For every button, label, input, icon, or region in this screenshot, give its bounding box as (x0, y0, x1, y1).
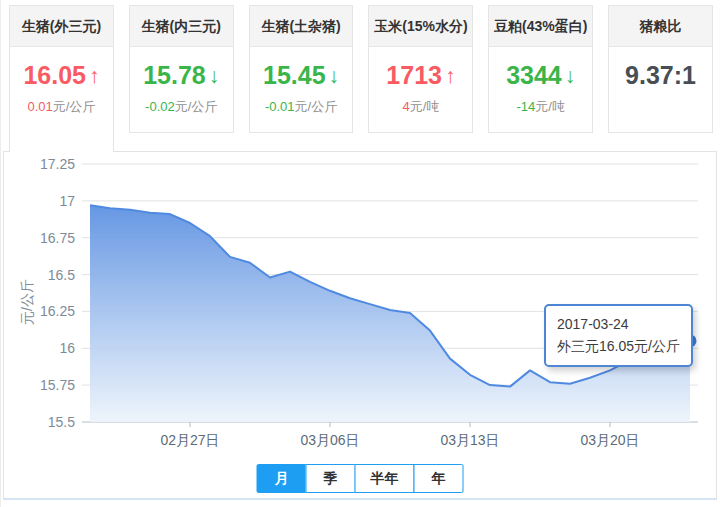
card-title: 玉米(15%水分) (369, 6, 472, 47)
x-axis-tick-label: 03月06日 (300, 432, 359, 448)
down-arrow-icon: ↓ (565, 64, 576, 87)
y-axis-tick-label: 16.75 (40, 230, 75, 246)
card-pig-waisanyuan[interactable]: 生猪(外三元) 16.05↑ 0.01元/公斤 (9, 5, 114, 152)
value-number: 3344 (506, 61, 562, 89)
tooltip-value: 外三元16.05元/公斤 (557, 335, 680, 357)
y-axis-tick-label: 16.5 (48, 267, 75, 283)
down-arrow-icon: ↓ (329, 64, 340, 87)
card-value: 3344↓ (489, 60, 592, 92)
chart-tooltip: 2017-03-24 外三元16.05元/公斤 (544, 304, 693, 367)
tab-year[interactable]: 年 (414, 464, 464, 493)
delta-unit: 元/吨 (410, 99, 440, 114)
card-value: 9.37:1 (609, 60, 712, 90)
card-delta: 4元/吨 (369, 99, 472, 115)
y-axis-tick-label: 17 (59, 193, 75, 209)
card-delta: -0.02元/公斤 (130, 99, 233, 115)
card-title: 豆粕(43%蛋白) (489, 6, 592, 47)
stat-cards-row: 生猪(外三元) 16.05↑ 0.01元/公斤 生猪(内三元) 15.78↓ -… (9, 5, 713, 152)
delta-unit: 元/公斤 (53, 99, 96, 114)
value-number: 16.05 (23, 61, 86, 89)
delta-unit: 元/公斤 (295, 99, 338, 114)
value-number: 9.37:1 (625, 61, 696, 89)
y-axis-tick-label: 16 (59, 340, 75, 356)
value-number: 15.45 (263, 61, 326, 89)
card-value: 15.45↓ (250, 60, 353, 92)
delta-number: -0.01 (265, 99, 295, 114)
up-arrow-icon: ↑ (89, 64, 100, 87)
card-pig-neisanyuan[interactable]: 生猪(内三元) 15.78↓ -0.02元/公斤 (129, 5, 234, 133)
delta-unit: 元/吨 (535, 99, 565, 114)
delta-number: -0.02 (145, 99, 175, 114)
tab-month[interactable]: 月 (257, 464, 307, 493)
card-title: 猪粮比 (609, 6, 712, 47)
value-number: 1713 (386, 61, 442, 89)
pig-price-dashboard: 生猪(外三元) 16.05↑ 0.01元/公斤 生猪(内三元) 15.78↓ -… (0, 0, 720, 507)
y-axis-title: 元/公斤 (19, 252, 37, 352)
delta-unit: 元/公斤 (175, 99, 218, 114)
x-axis-tick-label: 02月27日 (160, 432, 219, 448)
delta-number: 0.01 (27, 99, 52, 114)
card-delta: -0.01元/公斤 (250, 99, 353, 115)
card-value: 16.05↑ (10, 60, 113, 92)
delta-number: 4 (402, 99, 409, 114)
card-value: 1713↑ (369, 60, 472, 92)
delta-number: -14 (517, 99, 536, 114)
y-axis-tick-label: 17.25 (40, 156, 75, 172)
x-axis-tick-label: 03月20日 (580, 432, 639, 448)
card-delta: -14元/吨 (489, 99, 592, 115)
x-axis-tick-label: 03月13日 (440, 432, 499, 448)
tab-quarter[interactable]: 季 (306, 464, 356, 493)
card-title: 生猪(土杂猪) (250, 6, 353, 47)
y-axis-tick-label: 15.75 (40, 377, 75, 393)
card-title: 生猪(内三元) (130, 6, 233, 47)
card-pig-grain-ratio[interactable]: 猪粮比 9.37:1 (608, 5, 713, 133)
card-delta: 0.01元/公斤 (10, 99, 113, 115)
chart-panel: 15.515.751616.2516.516.751717.2502月27日03… (3, 151, 717, 500)
y-axis-tick-label: 16.25 (40, 303, 75, 319)
tooltip-date: 2017-03-24 (557, 313, 680, 335)
period-tabs: 月 季 半年 年 (257, 464, 464, 493)
card-pig-tuza[interactable]: 生猪(土杂猪) 15.45↓ -0.01元/公斤 (249, 5, 354, 133)
value-number: 15.78 (143, 61, 206, 89)
tab-half-year[interactable]: 半年 (355, 464, 415, 493)
y-axis-tick-label: 15.5 (48, 414, 75, 430)
down-arrow-icon: ↓ (209, 64, 220, 87)
card-corn[interactable]: 玉米(15%水分) 1713↑ 4元/吨 (368, 5, 473, 133)
up-arrow-icon: ↑ (445, 64, 456, 87)
card-value: 15.78↓ (130, 60, 233, 92)
card-title: 生猪(外三元) (10, 6, 113, 47)
card-soybean-meal[interactable]: 豆粕(43%蛋白) 3344↓ -14元/吨 (488, 5, 593, 133)
